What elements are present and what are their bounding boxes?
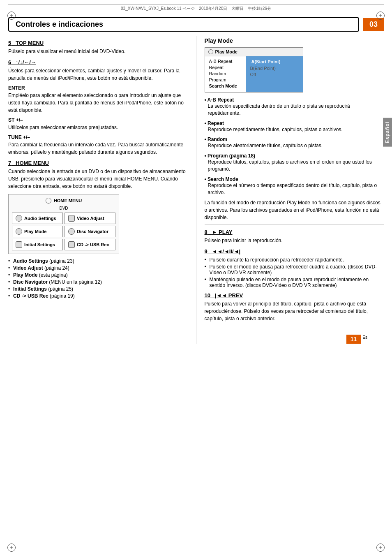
chapter-number: 03 — [363, 18, 384, 31]
feature-ab-repeat: • A-B Repeat La sección especificada den… — [205, 97, 384, 117]
video-icon — [68, 215, 75, 222]
file-info-bar: 03_XW-NAV1_SYXJ_Es.book 11 ページ 2010年4月20… — [8, 4, 384, 13]
pm-item-random: Random — [209, 71, 242, 76]
pm-item-repeat: Repeat — [209, 65, 242, 70]
section-9-title: ◄◄/◄II/◄| — [212, 248, 241, 254]
home-menu-subtitle: DVD — [12, 206, 115, 210]
section-9-bullet-2: Púlselo en el modo de pausa para retroce… — [205, 264, 384, 275]
feature-repeat-label: • Repeat — [205, 120, 224, 126]
section-8-header: 8 ► PLAY — [205, 229, 384, 235]
section-7-header: 7 HOME MENU — [8, 160, 188, 166]
left-column: 5 TOP MENU Púlselo para visualizar el me… — [8, 36, 196, 344]
pm-item-searchmode: Search Mode — [209, 83, 242, 88]
section-5-title: TOP MENU — [16, 40, 44, 46]
disc-label: Disc Navigator — [77, 229, 108, 234]
section-10-body: Púlselo para volver al principio del tít… — [205, 300, 384, 322]
play-mode-title: Play Mode — [215, 49, 238, 54]
section-9-header: 9 ◄◄/◄II/◄| — [205, 248, 384, 254]
play-mode-section-title: Play Mode — [205, 37, 384, 44]
feature-search-label: • Search Mode — [205, 176, 238, 182]
section-5-body: Púlselo para visualizar el menú inicial … — [8, 48, 188, 55]
menu-cell-cd: CD -> USB Rec — [65, 239, 115, 250]
enter-body: Empléelo para aplicar el elemento selecc… — [8, 92, 188, 114]
bullet-initial: Initial Settings (página 25) — [8, 286, 188, 292]
section-9-bullet-1: Púlselo durante la reproducción para ret… — [205, 257, 384, 263]
play-mode-note: La función del modo de reproducción Play… — [205, 199, 384, 221]
section-5-num: 5 — [8, 40, 11, 46]
tune-body: Para cambiar la frecuencia un intervalo … — [8, 141, 188, 156]
feature-search-text: Reproduce el número o tiempo especificad… — [205, 182, 384, 196]
section-8-title: ► PLAY — [212, 229, 233, 235]
corner-mark-br — [376, 543, 385, 552]
home-menu-icon — [46, 198, 51, 204]
corner-mark-tr — [376, 12, 385, 20]
section-9: 9 ◄◄/◄II/◄| Púlselo durante la reproducc… — [205, 248, 384, 288]
enter-title: ENTER — [8, 85, 188, 91]
audio-icon — [16, 215, 22, 222]
page-number-label: Es — [362, 335, 367, 340]
settings-icon — [16, 241, 22, 248]
page-number-area: 11 Es — [205, 331, 384, 344]
section-7-title: HOME MENU — [16, 160, 49, 166]
menu-cell-video: Video Adjust — [65, 213, 115, 224]
feature-random-text: Reproduce aleatoriamente títulos, capítu… — [205, 142, 384, 149]
bullet-cd: CD -> USB Rec (página 19) — [8, 293, 188, 299]
section-9-bullet-3: Manténgalo pulsado en el modo de pausa p… — [205, 277, 384, 288]
feature-repeat-text: Reproduce repetidamente títulos, capítul… — [205, 126, 384, 133]
video-label: Video Adjust — [77, 216, 104, 221]
right-column: Español Play Mode Play Mode A-B Repeat R… — [196, 36, 384, 344]
pm-selected-item: A(Start Point) — [250, 59, 299, 65]
feature-random-label: • Random — [205, 136, 228, 142]
section-7: 7 HOME MENU Cuando seleccione la entrada… — [8, 160, 188, 190]
play-mode-title-row: Play Mode — [205, 48, 303, 56]
feature-program: • Program (página 18) Reproduce títulos,… — [205, 153, 384, 173]
section-6-body: Úselos para seleccionar elementos, cambi… — [8, 67, 188, 82]
home-menu-box: HOME MENU DVD Audio Settings Video Adjus… — [8, 194, 119, 254]
feature-ab-text: La sección especificada dentro de un tít… — [205, 103, 384, 117]
section-6-num: 6 — [8, 59, 11, 65]
home-menu-grid: Audio Settings Video Adjust Play Mode Di… — [12, 213, 115, 250]
section-10-header: 10 |◄◄ PREV — [205, 292, 384, 298]
cd-label: CD -> USB Rec — [77, 242, 109, 247]
section-10: 10 |◄◄ PREV Púlselo para volver al princ… — [205, 292, 384, 322]
audio-label: Audio Settings — [24, 216, 56, 221]
section-8-num: 8 — [205, 229, 208, 235]
feature-random: • Random Reproduce aleatoriamente título… — [205, 136, 384, 149]
page-number-box: 11 — [346, 335, 361, 344]
section-5: 5 TOP MENU Púlselo para visualizar el me… — [8, 40, 188, 55]
initial-label: Initial Settings — [24, 242, 55, 247]
menu-cell-disc: Disc Navigator — [65, 226, 115, 237]
menu-cell-initial: Initial Settings — [12, 239, 63, 250]
section-header: Controles e indicaciones 03 — [8, 17, 384, 32]
pm-item-off: Off — [250, 72, 299, 77]
play-mode-box: Play Mode A-B Repeat Repeat Random Progr… — [205, 47, 303, 92]
section-10-title: |◄◄ PREV — [215, 292, 243, 298]
disc-icon — [68, 228, 75, 235]
tune-title: TUNE +/– — [8, 134, 188, 140]
menu-cell-audio: Audio Settings — [12, 213, 63, 224]
play-mode-left-items: A-B Repeat Repeat Random Program Search … — [205, 56, 246, 92]
pm-item-bend: B(End Point) — [250, 66, 299, 71]
bullet-video: Video Adjust (página 24) — [8, 265, 188, 271]
corner-mark-tl — [7, 12, 16, 20]
menu-bullet-list: Audio Settings (página 23) Video Adjust … — [8, 258, 188, 299]
bullet-play: Play Mode (esta página) — [8, 272, 188, 278]
espanol-sidebar: Español — [383, 118, 392, 147]
cd-icon — [68, 241, 75, 248]
section-10-num: 10 — [205, 292, 210, 298]
play-icon-sm — [16, 228, 22, 235]
corner-mark-bl — [7, 543, 16, 552]
bullet-audio: Audio Settings (página 23) — [8, 258, 188, 264]
home-menu-title-text: HOME MENU — [54, 198, 82, 203]
section-9-num: 9 — [205, 248, 208, 254]
section-7-body: Cuando seleccione la entrada de un DVD o… — [8, 168, 188, 190]
section-6-title: ↑/↓/←/→ — [16, 59, 36, 65]
section-6: 6 ↑/↓/←/→ Úselos para seleccionar elemen… — [8, 59, 188, 156]
section-8: 8 ► PLAY Púlselo para iniciar la reprodu… — [205, 229, 384, 244]
section-divider-8 — [205, 224, 384, 225]
pm-item-program: Program — [209, 77, 242, 82]
play-mode-body: A-B Repeat Repeat Random Program Search … — [205, 56, 303, 92]
st-title: ST +/– — [8, 117, 188, 123]
play-label: Play Mode — [24, 229, 46, 234]
feature-ab-label: • A-B Repeat — [205, 97, 234, 103]
